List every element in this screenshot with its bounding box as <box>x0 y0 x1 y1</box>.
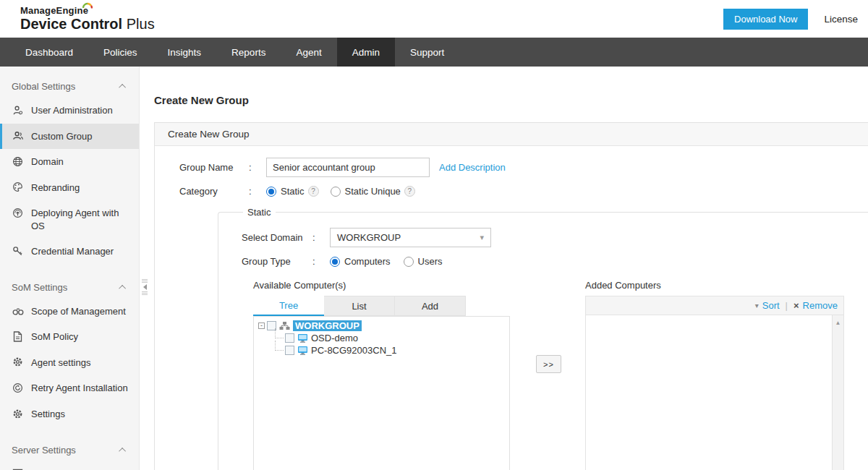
group-type-computers-label[interactable]: Computers <box>344 256 391 267</box>
chevron-down-icon: ▾ <box>480 233 484 242</box>
app-header: ManageEngine Device Control Plus Downloa… <box>0 0 868 38</box>
main-nav: Dashboard Policies Insights Reports Agen… <box>0 38 868 67</box>
sidebar-item-server-settings[interactable]: Server Settings <box>0 461 139 470</box>
sidebar-item-label: Custom Group <box>31 130 93 143</box>
nav-tab-agent[interactable]: Agent <box>281 38 336 67</box>
section-title-label: SoM Settings <box>12 282 67 293</box>
sidebar-item-credential-manager[interactable]: Credential Manager <box>0 239 139 265</box>
group-name-input[interactable] <box>266 158 430 177</box>
remove-link[interactable]: Remove <box>803 300 838 311</box>
computer-icon <box>297 333 308 343</box>
tree-child-row: OSD-demo <box>273 332 505 344</box>
collapse-arrow-icon <box>143 284 147 290</box>
nav-tab-admin[interactable]: Admin <box>337 38 395 67</box>
sidebar-section-som-settings[interactable]: SoM Settings <box>0 275 139 299</box>
scrollbar[interactable]: ▲ <box>832 315 843 470</box>
tab-tree[interactable]: Tree <box>253 296 324 316</box>
tree-node-pc-8cg92003cn-1[interactable]: PC-8CG92003CN_1 <box>311 345 397 356</box>
key-icon <box>12 245 24 257</box>
tree-node-osd-demo[interactable]: OSD-demo <box>311 333 358 343</box>
added-computers-list: ▲ <box>586 315 843 470</box>
group-type-computers-radio[interactable] <box>330 257 340 267</box>
main-panel: Create New Group Create New Group Group … <box>140 67 868 470</box>
sidebar-item-retry-agent-installation[interactable]: Retry Agent Installation <box>0 375 139 401</box>
download-now-button[interactable]: Download Now <box>723 9 808 30</box>
domain-select[interactable]: WORKGROUP ▾ <box>330 228 491 247</box>
sidebar-item-custom-group[interactable]: Custom Group <box>0 124 139 150</box>
sort-caret-icon: ▾ <box>755 302 759 309</box>
sidebar-item-deploying-agent-with-os[interactable]: Deploying Agent with OS <box>0 200 139 239</box>
grip-line <box>142 294 148 295</box>
tab-add[interactable]: Add <box>395 296 466 316</box>
sidebar-item-label: User Administration <box>31 104 113 117</box>
sidebar-item-label: Deploying Agent with OS <box>31 207 132 232</box>
tree-connector <box>275 328 284 338</box>
gear-icon <box>12 408 24 419</box>
add-description-link[interactable]: Add Description <box>439 162 506 173</box>
panel-body: Group Name Add Description Category Stat… <box>155 146 868 470</box>
user-icon <box>12 104 24 116</box>
sidebar-item-settings[interactable]: Settings <box>0 401 139 427</box>
content-area: Global Settings User Administration Cust… <box>0 67 868 470</box>
sidebar-item-agent-settings[interactable]: Agent settings <box>0 350 139 376</box>
nav-tab-dashboard[interactable]: Dashboard <box>10 38 88 67</box>
binoculars-icon <box>12 305 24 317</box>
sidebar-section-server-settings[interactable]: Server Settings <box>0 437 139 461</box>
category-static-label[interactable]: Static <box>281 186 305 197</box>
static-unique-help-icon[interactable]: ? <box>404 186 415 197</box>
sidebar-item-domain[interactable]: Domain <box>0 149 139 175</box>
gear-icon <box>12 356 24 368</box>
move-right-button[interactable]: >> <box>536 355 561 373</box>
colon <box>249 186 266 197</box>
tree-node-workgroup[interactable]: WORKGROUP <box>293 320 362 331</box>
available-computers-column: Available Computer(s) Tree List Add - <box>253 280 510 470</box>
sidebar-collapse-handle[interactable] <box>140 275 149 299</box>
tree-collapse-icon[interactable]: - <box>258 322 265 329</box>
group-type-users-radio[interactable] <box>404 257 414 267</box>
grip-line <box>142 281 148 281</box>
sidebar-item-scope-of-management[interactable]: Scope of Management <box>0 299 139 325</box>
tree-connector <box>275 341 284 351</box>
sidebar-item-user-administration[interactable]: User Administration <box>0 98 139 124</box>
added-toolbar: ▾ Sort | × Remove <box>586 296 843 315</box>
section-title-label: Global Settings <box>12 81 75 92</box>
sidebar-item-rebranding[interactable]: Rebranding <box>0 175 139 201</box>
sidebar-item-label: Credential Manager <box>31 245 114 258</box>
static-help-icon[interactable]: ? <box>308 186 319 197</box>
sidebar-item-label: Settings <box>31 408 65 421</box>
globe-icon <box>12 155 24 167</box>
admin-sidebar: Global Settings User Administration Cust… <box>0 67 140 470</box>
sidebar-item-som-policy[interactable]: SoM Policy <box>0 324 139 350</box>
remove-x-icon: × <box>793 300 799 311</box>
category-static-unique-label[interactable]: Static Unique <box>345 186 401 197</box>
nav-tab-policies[interactable]: Policies <box>88 38 153 67</box>
category-static-radio[interactable] <box>266 187 276 197</box>
static-section: Static Select Domain WORKGROUP ▾ Group T… <box>218 207 868 470</box>
brand-swoosh-icon <box>82 2 93 13</box>
category-row: Category Static ? Static Unique ? <box>179 186 868 197</box>
nav-tab-insights[interactable]: Insights <box>153 38 217 67</box>
chevron-up-icon <box>119 84 126 91</box>
sidebar-item-label: SoM Policy <box>31 330 78 343</box>
retry-icon <box>12 382 24 393</box>
page: ManageEngine Device Control Plus Downloa… <box>0 0 868 470</box>
osd-demo-checkbox[interactable] <box>285 333 294 343</box>
group-type-label: Group Type <box>242 256 312 267</box>
sidebar-item-label: Scope of Management <box>31 305 126 318</box>
selection-columns: Available Computer(s) Tree List Add - <box>242 280 868 470</box>
group-type-users-label[interactable]: Users <box>418 256 443 267</box>
pc-8cg92003cn-1-checkbox[interactable] <box>285 346 294 355</box>
grip-line <box>142 291 148 292</box>
sidebar-section-global-settings[interactable]: Global Settings <box>0 74 139 98</box>
create-group-panel: Create New Group Group Name Add Descript… <box>154 122 868 470</box>
tab-list[interactable]: List <box>324 296 395 316</box>
group-name-label: Group Name <box>179 162 249 173</box>
colon <box>312 232 330 243</box>
nav-tab-reports[interactable]: Reports <box>216 38 281 67</box>
panel-title: Create New Group <box>155 123 868 146</box>
license-link[interactable]: License <box>824 14 858 25</box>
nav-tab-support[interactable]: Support <box>395 38 459 67</box>
category-static-unique-radio[interactable] <box>331 187 341 197</box>
sort-link[interactable]: Sort <box>762 300 780 311</box>
document-icon <box>12 330 24 342</box>
